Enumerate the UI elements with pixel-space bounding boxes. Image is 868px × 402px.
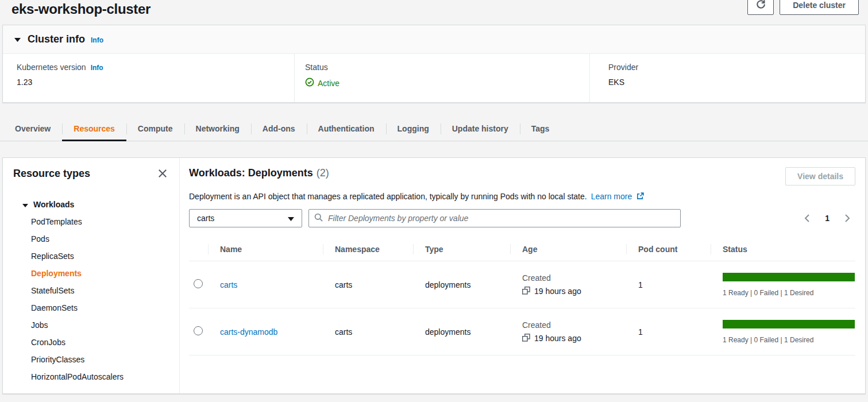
tab-overview[interactable]: Overview — [3, 117, 62, 141]
status-progress-bar — [723, 273, 855, 281]
status-field: Status Active — [294, 54, 589, 102]
tree-group-workloads[interactable]: Workloads — [13, 196, 169, 213]
page-header: eks-workshop-cluster Delete cluster — [0, 0, 868, 25]
sidebar-item-statefulsets[interactable]: StatefulSets — [13, 282, 169, 299]
age-value: 19 hours ago — [522, 334, 627, 343]
pod-count-column-header: Pod count — [627, 239, 711, 261]
namespace-column-header: Namespace — [323, 239, 414, 261]
sidebar-item-deployments[interactable]: Deployments — [13, 265, 169, 282]
kubernetes-version-field: Kubernetes versionInfo 1.23 — [3, 54, 294, 102]
sidebar-item-pods[interactable]: Pods — [13, 230, 169, 248]
caret-down-icon — [288, 214, 294, 223]
pod-count-cell: 1 — [627, 327, 711, 337]
check-circle-icon — [305, 78, 314, 88]
cluster-info-title: Cluster info — [28, 33, 85, 45]
provider-value: EKS — [608, 78, 865, 87]
age-cell: Created 19 hours ago — [511, 273, 627, 296]
search-input[interactable] — [327, 213, 675, 223]
type-cell: deployments — [414, 327, 511, 337]
status-column-header: Status — [711, 239, 855, 261]
close-sidebar-button[interactable] — [156, 167, 169, 180]
age-column-header: Age — [511, 239, 627, 261]
deployments-header: Workloads: Deployments(2) View details — [189, 167, 855, 185]
copy-icon[interactable] — [522, 287, 530, 296]
pagination: 1 — [804, 214, 855, 223]
name-column-header: Name — [209, 239, 323, 261]
refresh-button[interactable] — [747, 0, 774, 15]
filter-dropdown[interactable]: carts — [189, 209, 302, 227]
tab-compute[interactable]: Compute — [126, 117, 184, 141]
sidebar-item-jobs[interactable]: Jobs — [13, 316, 169, 334]
age-created-label: Created — [522, 273, 627, 283]
page-number[interactable]: 1 — [825, 214, 830, 223]
tab-authentication[interactable]: Authentication — [307, 117, 386, 141]
status-text: 1 Ready | 0 Failed | 1 Desired — [723, 336, 855, 344]
status-cell: 1 Ready | 0 Failed | 1 Desired — [711, 320, 855, 344]
type-column-header: Type — [414, 239, 511, 261]
pod-count-cell: 1 — [627, 280, 711, 289]
delete-cluster-button[interactable]: Delete cluster — [780, 0, 859, 15]
tab-bar: Overview Resources Compute Networking Ad… — [0, 117, 868, 141]
sidebar-item-podtemplates[interactable]: PodTemplates — [13, 213, 169, 230]
tab-add-ons[interactable]: Add-ons — [251, 117, 307, 141]
table-row: carts-dynamodb carts deployments Created… — [189, 308, 855, 355]
sidebar-item-horizontalpodautoscalers[interactable]: HorizontalPodAutoscalers — [13, 368, 169, 385]
sidebar-item-priorityclasses[interactable]: PriorityClasses — [13, 351, 169, 368]
cluster-info-info-link[interactable]: Info — [91, 36, 103, 44]
tab-logging[interactable]: Logging — [386, 117, 441, 141]
next-page-button[interactable] — [844, 214, 851, 223]
name-cell: carts-dynamodb — [209, 327, 323, 337]
search-box — [308, 209, 681, 227]
sidebar-title: Resource types — [13, 168, 90, 180]
sidebar-header: Resource types — [13, 167, 169, 180]
tree-group-label: Workloads — [33, 200, 74, 209]
caret-down-icon — [22, 200, 28, 209]
chevron-right-icon — [844, 216, 851, 225]
cluster-info-header[interactable]: Cluster info Info — [3, 25, 865, 54]
selection-column-header — [189, 239, 209, 261]
namespace-cell: carts — [323, 327, 414, 337]
deployment-link[interactable]: carts — [220, 280, 237, 289]
kubernetes-version-value: 1.23 — [17, 78, 294, 87]
row-radio-button[interactable] — [194, 326, 203, 335]
resource-types-sidebar: Resource types Workloads PodTemplates Po… — [3, 158, 180, 393]
learn-more-link[interactable]: Learn more — [591, 192, 632, 201]
copy-icon[interactable] — [522, 334, 530, 343]
search-icon — [314, 213, 323, 223]
status-cell: 1 Ready | 0 Failed | 1 Desired — [711, 273, 855, 297]
chevron-left-icon — [804, 216, 811, 225]
table-header-row: Name Namespace Type Age Pod count Status — [189, 239, 855, 261]
deployments-section: Workloads: Deployments(2) View details D… — [180, 158, 865, 393]
age-created-label: Created — [522, 320, 627, 330]
previous-page-button[interactable] — [804, 214, 811, 223]
close-icon — [157, 172, 168, 180]
filter-row: carts 1 — [189, 209, 855, 227]
sidebar-item-replicasets[interactable]: ReplicaSets — [13, 248, 169, 265]
external-link-icon — [634, 192, 644, 202]
tab-networking[interactable]: Networking — [184, 117, 251, 141]
view-details-button[interactable]: View details — [785, 167, 855, 185]
kubernetes-version-label: Kubernetes versionInfo — [17, 63, 294, 72]
status-label: Status — [305, 63, 589, 72]
tab-resources[interactable]: Resources — [62, 117, 126, 141]
kubernetes-version-info-link[interactable]: Info — [91, 64, 103, 72]
provider-label: Provider — [608, 63, 865, 72]
tab-tags[interactable]: Tags — [520, 117, 561, 141]
deployments-count: (2) — [317, 167, 329, 179]
provider-field: Provider EKS — [589, 54, 865, 102]
page-title: eks-workshop-cluster — [11, 1, 857, 17]
collapse-caret-icon[interactable] — [14, 34, 21, 44]
sidebar-item-daemonsets[interactable]: DaemonSets — [13, 299, 169, 316]
namespace-cell: carts — [323, 280, 414, 289]
type-cell: deployments — [414, 280, 511, 289]
deployments-table: Name Namespace Type Age Pod count Status… — [189, 239, 855, 355]
resource-tree: Workloads PodTemplates Pods ReplicaSets … — [13, 196, 169, 385]
row-select-cell — [189, 326, 209, 337]
deployments-title: Workloads: Deployments(2) — [189, 167, 329, 179]
tab-update-history[interactable]: Update history — [441, 117, 520, 141]
sidebar-item-cronjobs[interactable]: CronJobs — [13, 334, 169, 351]
header-actions: Delete cluster — [747, 0, 859, 15]
row-radio-button[interactable] — [194, 279, 203, 288]
deployment-link[interactable]: carts-dynamodb — [220, 327, 277, 337]
age-cell: Created 19 hours ago — [511, 320, 627, 343]
